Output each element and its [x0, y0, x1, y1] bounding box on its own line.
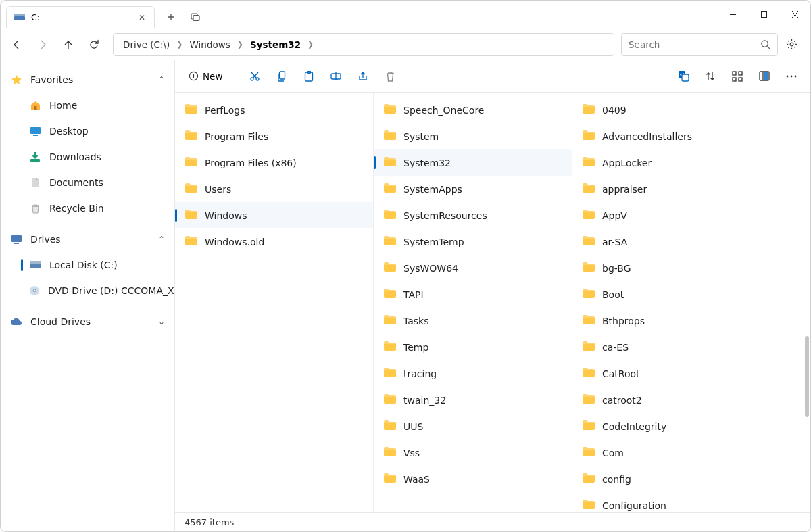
desktop-icon: [29, 125, 41, 137]
folder-item[interactable]: Bthprops: [572, 308, 810, 334]
folder-item[interactable]: twain_32: [374, 387, 572, 413]
sidebar-item[interactable]: Home: [1, 93, 174, 118]
rename-button[interactable]: [324, 64, 348, 89]
folder-item[interactable]: CatRoot: [572, 360, 810, 387]
folder-item[interactable]: catroot2: [572, 387, 810, 413]
folder-item[interactable]: Temp: [374, 334, 572, 360]
svg-rect-25: [682, 74, 689, 81]
sidebar-cloud-header[interactable]: Cloud Drives ⌄: [1, 309, 174, 335]
folder-item[interactable]: System: [374, 123, 572, 149]
folder-item[interactable]: AdvancedInstallers: [572, 123, 810, 149]
forward-button[interactable]: [30, 32, 55, 57]
folder-icon: [185, 156, 198, 169]
folder-item[interactable]: appraiser: [572, 176, 810, 202]
refresh-button[interactable]: [82, 32, 106, 57]
scrollbar-thumb[interactable]: [805, 336, 809, 417]
tab-close-icon[interactable]: ✕: [137, 12, 147, 23]
folder-icon: [383, 183, 397, 195]
folder-item[interactable]: Program Files (x86): [175, 149, 373, 176]
sidebar-cloud-label: Cloud Drives: [30, 316, 91, 327]
folder-item[interactable]: TAPI: [374, 281, 572, 308]
more-button[interactable]: [779, 64, 804, 89]
layout-button[interactable]: [752, 64, 777, 89]
folder-icon: [582, 156, 595, 169]
folder-item[interactable]: AppLocker: [572, 149, 810, 176]
folder-item[interactable]: ca-ES: [572, 334, 810, 360]
copy-button[interactable]: [270, 64, 294, 89]
sidebar-item[interactable]: Local Disk (C:): [1, 252, 174, 278]
folder-name: Vss: [403, 448, 420, 458]
folder-item[interactable]: WaaS: [374, 466, 572, 492]
svg-point-19: [256, 78, 259, 80]
breadcrumb[interactable]: Drive (C:\)❯Windows❯System32❯: [113, 33, 614, 56]
share-button[interactable]: [351, 64, 375, 89]
search-box[interactable]: [621, 33, 778, 56]
folder-item[interactable]: Program Files: [175, 123, 373, 149]
delete-button[interactable]: [378, 64, 402, 89]
folder-item[interactable]: SysWOW64: [374, 255, 572, 281]
folder-name: Program Files (x86): [205, 158, 297, 168]
folder-item[interactable]: Windows: [175, 202, 373, 228]
status-items-count: 4567 items: [185, 517, 234, 527]
folder-item[interactable]: Speech_OneCore: [374, 97, 572, 123]
folder-item[interactable]: SystemResources: [374, 202, 572, 228]
folder-name: WaaS: [403, 474, 430, 485]
sidebar-item[interactable]: Documents: [1, 170, 174, 195]
view-button[interactable]: [725, 64, 749, 89]
folder-icon: [582, 183, 595, 195]
folder-item[interactable]: Tasks: [374, 308, 572, 334]
select-button[interactable]: [671, 64, 695, 89]
folder-item[interactable]: System32: [374, 149, 572, 176]
chevron-down-icon: ⌄: [158, 317, 165, 327]
tab-overview-button[interactable]: [185, 7, 206, 26]
svg-point-32: [787, 75, 789, 77]
sidebar-item[interactable]: Desktop: [1, 118, 174, 144]
folder-name: 0409: [602, 105, 626, 116]
new-button[interactable]: New: [182, 66, 229, 87]
folder-item[interactable]: CodeIntegrity: [572, 413, 810, 439]
folder-item[interactable]: config: [572, 466, 810, 492]
folder-icon: [185, 130, 198, 143]
sidebar-drives-header[interactable]: Drives ⌃: [1, 226, 174, 252]
sidebar-item[interactable]: DVD Drive (D:) CCCOMA_X: [1, 278, 174, 304]
sort-button[interactable]: [698, 64, 722, 89]
breadcrumb-segment[interactable]: System32: [247, 38, 303, 51]
svg-point-33: [791, 75, 793, 77]
sidebar-favorites-header[interactable]: Favorites ⌃: [1, 67, 174, 93]
breadcrumb-segment[interactable]: Windows: [187, 38, 233, 51]
folder-item[interactable]: Boot: [572, 281, 810, 308]
folder-item[interactable]: Com: [572, 439, 810, 466]
up-button[interactable]: [56, 32, 80, 57]
settings-button[interactable]: [779, 32, 804, 57]
folder-item[interactable]: Users: [175, 176, 373, 202]
paste-button[interactable]: [297, 64, 321, 89]
folder-item[interactable]: Vss: [374, 439, 572, 466]
sidebar-item[interactable]: Downloads: [1, 144, 174, 170]
new-tab-button[interactable]: [160, 7, 182, 26]
maximize-button[interactable]: [748, 1, 779, 28]
folder-item[interactable]: UUS: [374, 413, 572, 439]
sidebar-item[interactable]: Recycle Bin: [1, 195, 174, 221]
cut-button[interactable]: [243, 64, 267, 89]
breadcrumb-segment[interactable]: Drive (C:\): [120, 38, 172, 51]
folder-name: ar-SA: [602, 237, 627, 247]
minimize-button[interactable]: [717, 1, 748, 28]
folder-item[interactable]: Windows.old: [175, 228, 373, 255]
folder-item[interactable]: SystemTemp: [374, 228, 572, 255]
folder-name: Program Files: [205, 131, 268, 142]
folder-item[interactable]: Configuration: [572, 492, 810, 512]
folder-name: Speech_OneCore: [403, 105, 484, 116]
folder-item[interactable]: tracing: [374, 360, 572, 387]
folder-name: Boot: [602, 289, 624, 300]
search-input[interactable]: [629, 39, 755, 50]
folder-name: System: [403, 131, 439, 142]
folder-item[interactable]: SystemApps: [374, 176, 572, 202]
folder-item[interactable]: 0409: [572, 97, 810, 123]
folder-item[interactable]: bg-BG: [572, 255, 810, 281]
close-button[interactable]: [779, 1, 810, 28]
folder-item[interactable]: PerfLogs: [175, 97, 373, 123]
window-tab[interactable]: C: ✕: [6, 6, 155, 28]
folder-item[interactable]: ar-SA: [572, 228, 810, 255]
folder-item[interactable]: AppV: [572, 202, 810, 228]
back-button[interactable]: [5, 32, 29, 57]
